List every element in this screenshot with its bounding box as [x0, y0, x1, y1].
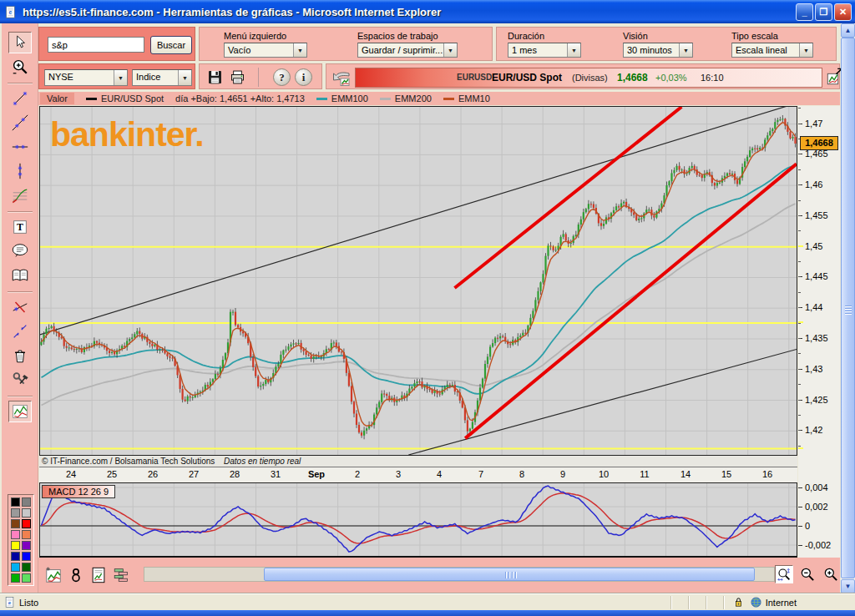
- file-panel: ? i: [199, 63, 322, 89]
- taskbar-edge: [0, 610, 855, 616]
- chart-scrollbar[interactable]: ›: [144, 567, 775, 582]
- duration-select[interactable]: 1 mes ▼: [508, 43, 581, 58]
- workspaces-select[interactable]: Guardar / suprimir... ▼: [357, 43, 458, 58]
- chevron-down-icon[interactable]: ▼: [293, 43, 306, 57]
- settings-icon: [10, 371, 30, 389]
- y-tick-label: 1,455: [805, 210, 828, 220]
- x-tick-label: 27: [189, 469, 199, 479]
- comment-tool[interactable]: [8, 240, 32, 262]
- chart-style-tool[interactable]: [8, 401, 32, 422]
- settings-tool[interactable]: [8, 369, 32, 391]
- color-swatch[interactable]: [22, 519, 31, 528]
- chevron-down-icon[interactable]: ▼: [443, 43, 457, 57]
- chart-new-icon[interactable]: [43, 566, 63, 584]
- y-tick-label: 1,44: [805, 302, 822, 312]
- legend-range: día +Bajo: 1,4651 +Alto: 1,4713: [175, 93, 305, 104]
- zoom-fit-icon[interactable]: [775, 565, 793, 583]
- color-swatch[interactable]: [11, 519, 20, 528]
- series-swatch: [86, 98, 97, 100]
- x-tick-label: 4: [437, 469, 442, 479]
- duration-label: Duración: [508, 31, 544, 41]
- color-swatch[interactable]: [22, 497, 31, 507]
- print-icon[interactable]: [229, 68, 246, 86]
- vertical-line-icon: [10, 162, 30, 180]
- save-icon[interactable]: [206, 68, 224, 86]
- extended-line-icon: [10, 114, 30, 132]
- help-button[interactable]: ?: [273, 68, 291, 86]
- color-swatch[interactable]: [11, 497, 20, 507]
- macd-label[interactable]: MACD 12 26 9: [42, 485, 115, 498]
- back-chart-icon[interactable]: [331, 68, 352, 88]
- trash-tool[interactable]: [8, 345, 32, 366]
- instrument-group: NYSE ▼ Indice ▼: [38, 63, 195, 89]
- exchange-select[interactable]: NYSE ▼: [44, 69, 128, 86]
- toolbar-divider: [8, 211, 33, 213]
- valor-chip[interactable]: Valor: [40, 93, 74, 104]
- book-tool[interactable]: [8, 265, 32, 286]
- zoom-tool[interactable]: [8, 56, 32, 78]
- text-tool[interactable]: T: [8, 216, 32, 238]
- color-swatch[interactable]: [11, 541, 20, 550]
- info-button[interactable]: i: [295, 68, 312, 86]
- chevron-down-icon[interactable]: ▼: [679, 43, 692, 57]
- trendline-tool[interactable]: [8, 88, 32, 109]
- extended-line-tool[interactable]: [8, 112, 32, 134]
- type-select[interactable]: Indice ▼: [132, 69, 192, 86]
- macd-chart[interactable]: [39, 482, 797, 558]
- vertical-line-tool[interactable]: [8, 160, 32, 182]
- delete-line-tool[interactable]: [8, 296, 32, 318]
- zoom-in-icon[interactable]: [822, 565, 840, 583]
- move-tool[interactable]: [8, 321, 32, 342]
- menu-left-select[interactable]: Vacío ▼: [224, 43, 307, 58]
- color-swatch[interactable]: [22, 530, 31, 539]
- x-tick-label: 14: [680, 469, 691, 479]
- doc-chart-icon[interactable]: [89, 566, 109, 584]
- legend-emm100: EMM100: [331, 93, 368, 104]
- last-price: 1,4668: [617, 72, 648, 83]
- color-swatch[interactable]: [22, 552, 31, 561]
- color-swatch[interactable]: [22, 508, 31, 518]
- quote-bar[interactable]: EURUSD EUR/USD Spot (Divisas) 1,4668 +0,…: [355, 68, 822, 88]
- chevron-down-icon[interactable]: ▼: [178, 70, 191, 85]
- emm200-swatch: [380, 98, 391, 100]
- toolbar-divider: [8, 83, 33, 84]
- pointer-tool[interactable]: [8, 32, 32, 53]
- color-swatch[interactable]: [11, 563, 20, 572]
- x-tick-label: Sep: [308, 469, 325, 479]
- vision-select[interactable]: 30 minutos ▼: [623, 43, 693, 58]
- chevron-down-icon[interactable]: ▼: [114, 70, 127, 85]
- color-swatch[interactable]: [11, 508, 20, 518]
- scroll-down-button[interactable]: ▼: [841, 579, 855, 593]
- indicators-icon[interactable]: [111, 566, 131, 584]
- minimize-button[interactable]: _: [796, 3, 813, 21]
- horizontal-line-tool[interactable]: [8, 136, 32, 158]
- zoom-out-icon[interactable]: [798, 565, 817, 583]
- svg-text:e: e: [8, 599, 12, 605]
- window-scrollbar[interactable]: ▲ ▼: [841, 23, 855, 593]
- color-swatch[interactable]: [11, 573, 20, 583]
- svg-text:T: T: [17, 221, 23, 233]
- chevron-down-icon[interactable]: ▼: [567, 43, 580, 57]
- quote-time: 16:10: [701, 73, 724, 83]
- color-swatch[interactable]: [22, 563, 31, 572]
- search-button[interactable]: Buscar: [150, 36, 192, 54]
- macd-tick-label: 0,004: [805, 482, 828, 492]
- scroll-up-button[interactable]: ▲: [841, 23, 855, 38]
- link-icon[interactable]: [66, 566, 86, 584]
- chevron-down-icon[interactable]: ▼: [799, 43, 812, 57]
- price-chart[interactable]: [39, 106, 797, 456]
- color-swatch[interactable]: [22, 541, 31, 550]
- maximize-button[interactable]: ❐: [815, 3, 832, 21]
- x-tick-label: 26: [148, 469, 158, 479]
- scrollbar-thumb[interactable]: [264, 568, 755, 581]
- price-axis: 1,471,4651,461,4551,451,4451,441,4351,43…: [798, 106, 840, 482]
- close-button[interactable]: ✕: [834, 3, 852, 21]
- scrollbar-thumb[interactable]: [841, 38, 855, 578]
- color-swatch[interactable]: [11, 530, 20, 539]
- color-swatch[interactable]: [11, 552, 20, 561]
- fibonacci-tool[interactable]: [8, 184, 32, 206]
- scale-select[interactable]: Escala lineal ▼: [731, 43, 813, 58]
- y-tick-label: 1,46: [805, 179, 822, 189]
- search-input[interactable]: [48, 37, 144, 53]
- color-swatch[interactable]: [22, 573, 31, 583]
